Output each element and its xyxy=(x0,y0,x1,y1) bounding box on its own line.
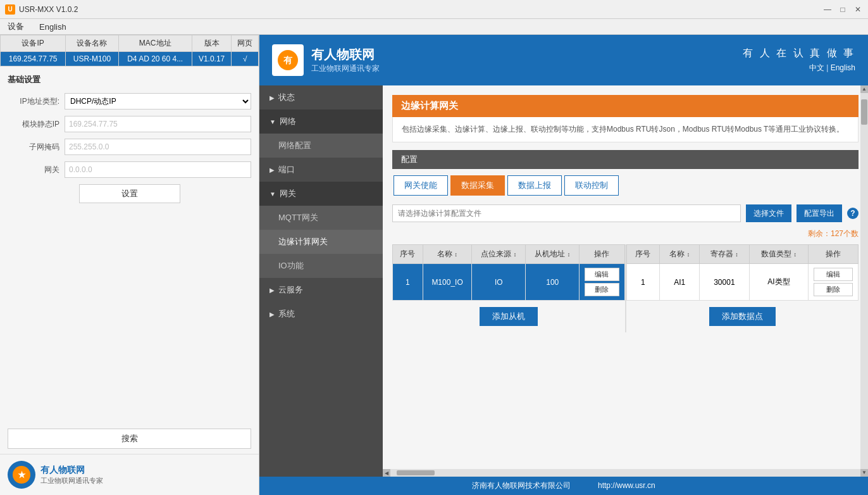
close-button[interactable]: ✕ xyxy=(853,4,863,15)
scroll-v-thumb[interactable] xyxy=(861,99,867,125)
sidebar-label-edge: 边缘计算网关 xyxy=(278,236,328,247)
table-row[interactable]: 169.254.77.75 USR-M100 D4 AD 20 60 4... … xyxy=(1,52,259,66)
dp-col-name: 名称 ↕ xyxy=(660,245,700,264)
menu-device[interactable]: 设备 xyxy=(5,20,27,34)
static-ip-label: 模块静态IP xyxy=(8,119,65,130)
device-version: V1.0.17 xyxy=(192,52,232,66)
sidebar-item-port[interactable]: ▶ 端口 xyxy=(259,158,383,182)
scroll-up-arrow[interactable]: ▲ xyxy=(860,85,868,93)
main-panel: 有 有人物联网 工业物联网通讯专家 有 人 在 认 真 做 事 中文 | Eng… xyxy=(259,35,868,495)
dp-edit-button[interactable]: 编辑 xyxy=(814,268,853,281)
scroll-h-thumb[interactable] xyxy=(397,470,435,475)
search-button[interactable]: 搜索 xyxy=(8,429,251,449)
chevron-right-icon-cloud: ▶ xyxy=(270,287,275,294)
sidebar-item-edge-gateway[interactable]: 边缘计算网关 xyxy=(259,230,383,254)
add-slave-button[interactable]: 添加从机 xyxy=(480,307,538,326)
config-export-button[interactable]: 配置导出 xyxy=(797,204,842,222)
menu-language[interactable]: English xyxy=(37,21,69,33)
sort-icon-source: ↕ xyxy=(514,251,517,258)
set-button[interactable]: 设置 xyxy=(79,184,180,203)
ip-type-select[interactable]: DHCP/动态IP 静态IP xyxy=(65,93,251,110)
device-mac: D4 AD 20 60 4... xyxy=(118,52,192,66)
sidebar-item-network[interactable]: ▼ 网络 xyxy=(259,110,383,134)
tab-gateway-enable[interactable]: 网关使能 xyxy=(394,175,448,196)
slave-seq: 1 xyxy=(393,264,423,301)
subnet-label: 子网掩码 xyxy=(8,142,65,153)
tab-data-collect[interactable]: 数据采集 xyxy=(450,175,505,196)
sidebar-item-gateway[interactable]: ▼ 网关 xyxy=(259,182,383,206)
col-header-ip: 设备IP xyxy=(1,35,66,52)
brand-bar: 有 有人物联网 工业物联网通讯专家 有 人 在 认 真 做 事 中文 | Eng… xyxy=(259,35,868,85)
help-icon[interactable]: ? xyxy=(847,208,859,219)
config-header: 配置 xyxy=(392,150,859,169)
footer: 济南有人物联网技术有限公司 http://www.usr.cn xyxy=(259,477,868,495)
sidebar-item-cloud[interactable]: ▶ 云服务 xyxy=(259,278,383,302)
content-area: ▶ 状态 ▼ 网络 网络配置 ▶ 端口 ▼ 网关 MQTT网关 xyxy=(259,85,868,477)
left-panel: 设备IP 设备名称 MAC地址 版本 网页 169.254.77.75 USR-… xyxy=(0,35,259,495)
dp-delete-button[interactable]: 删除 xyxy=(814,283,853,296)
horizontal-scrollbar[interactable]: ◀ ▶ xyxy=(383,469,868,477)
footer-website: http://www.usr.cn xyxy=(598,481,655,490)
sidebar-item-status[interactable]: ▶ 状态 xyxy=(259,85,383,110)
dp-name: AI1 xyxy=(660,264,700,301)
choose-file-button[interactable]: 选择文件 xyxy=(746,204,791,222)
slave-edit-button[interactable]: 编辑 xyxy=(585,268,619,281)
basic-settings-panel: 基础设置 IP地址类型: DHCP/动态IP 静态IP 模块静态IP 子网掩码 … xyxy=(0,66,259,423)
brand-left: 有 有人物联网 工业物联网通讯专家 xyxy=(272,44,380,76)
scroll-left-arrow[interactable]: ◀ xyxy=(383,469,390,477)
scroll-down-arrow[interactable]: ▼ xyxy=(860,469,868,477)
device-name: USR-M100 xyxy=(66,52,118,66)
sidebar-label-network-config: 网络配置 xyxy=(278,140,311,151)
chevron-right-icon-port: ▶ xyxy=(270,166,275,173)
slave-table: 序号 名称 ↕ 点位来源 ↕ xyxy=(392,244,625,301)
brand-lang: 中文 | English xyxy=(743,63,855,73)
dp-actions: 编辑 删除 xyxy=(809,264,859,301)
dp-type: AI类型 xyxy=(749,264,809,301)
content-inner: 边缘计算网关 包括边缘采集、边缘计算、边缘上报、联动控制等功能，支持Modbus… xyxy=(383,85,868,469)
tab-data-report[interactable]: 数据上报 xyxy=(507,175,562,196)
ip-type-row: IP地址类型: DHCP/动态IP 静态IP xyxy=(8,93,251,110)
brand-logo: 有 xyxy=(272,44,304,76)
dp-col-type: 数值类型 ↕ xyxy=(749,245,809,264)
datapoint-table-section: 序号 名称 ↕ 寄存器 ↕ xyxy=(625,244,859,332)
datapoint-table-row[interactable]: 1 AI1 30001 AI类型 编辑 删除 xyxy=(626,264,859,301)
add-datapoint-button[interactable]: 添加数据点 xyxy=(709,307,776,326)
slave-table-section: 序号 名称 ↕ 点位来源 ↕ xyxy=(392,244,625,332)
sidebar-item-network-config[interactable]: 网络配置 xyxy=(259,134,383,158)
tab-linkage-control[interactable]: 联动控制 xyxy=(564,175,619,196)
maximize-button[interactable]: □ xyxy=(838,4,848,15)
sidebar-item-io[interactable]: IO功能 xyxy=(259,254,383,278)
sidebar-label-mqtt: MQTT网关 xyxy=(278,212,318,223)
dp-seq: 1 xyxy=(626,264,660,301)
sidebar-label-network: 网络 xyxy=(280,116,296,127)
sidebar: ▶ 状态 ▼ 网络 网络配置 ▶ 端口 ▼ 网关 MQTT网关 xyxy=(259,85,383,477)
brand-motto: 有 人 在 认 真 做 事 xyxy=(743,47,855,60)
chevron-right-icon: ▶ xyxy=(270,94,275,101)
slave-col-action: 操作 xyxy=(580,245,624,264)
sidebar-label-port: 端口 xyxy=(278,164,295,175)
static-ip-input[interactable] xyxy=(65,116,251,132)
sidebar-label-system: 系统 xyxy=(278,308,295,320)
gateway-input[interactable] xyxy=(65,161,251,178)
brand-name-block: 有人物联网 工业物联网通讯专家 xyxy=(311,46,380,74)
slave-table-row[interactable]: 1 M100_IO IO 100 编辑 删除 xyxy=(393,264,625,301)
sidebar-item-mqtt-gateway[interactable]: MQTT网关 xyxy=(259,206,383,230)
chevron-right-icon-system: ▶ xyxy=(270,311,275,318)
file-input[interactable] xyxy=(392,204,741,222)
sidebar-item-system[interactable]: ▶ 系统 xyxy=(259,302,383,326)
scroll-h-track xyxy=(390,470,860,476)
col-header-mac: MAC地址 xyxy=(118,35,192,52)
app-icon: U xyxy=(5,4,15,15)
lang-en-link[interactable]: English xyxy=(831,63,855,72)
vertical-scrollbar[interactable]: ▲ ▼ xyxy=(860,85,868,477)
col-header-webpage: 网页 xyxy=(232,35,259,52)
minimize-button[interactable]: — xyxy=(822,4,833,15)
title-bar: U USR-MXX V1.0.2 — □ ✕ xyxy=(0,0,868,19)
file-row: 选择文件 配置导出 ? xyxy=(392,204,859,222)
slave-name: M100_IO xyxy=(423,264,471,301)
subnet-input[interactable] xyxy=(65,139,251,155)
lang-separator: | xyxy=(826,63,828,72)
slave-delete-button[interactable]: 删除 xyxy=(585,283,619,296)
slave-action-btns: 编辑 删除 xyxy=(585,268,619,296)
lang-cn-link[interactable]: 中文 xyxy=(809,63,824,72)
